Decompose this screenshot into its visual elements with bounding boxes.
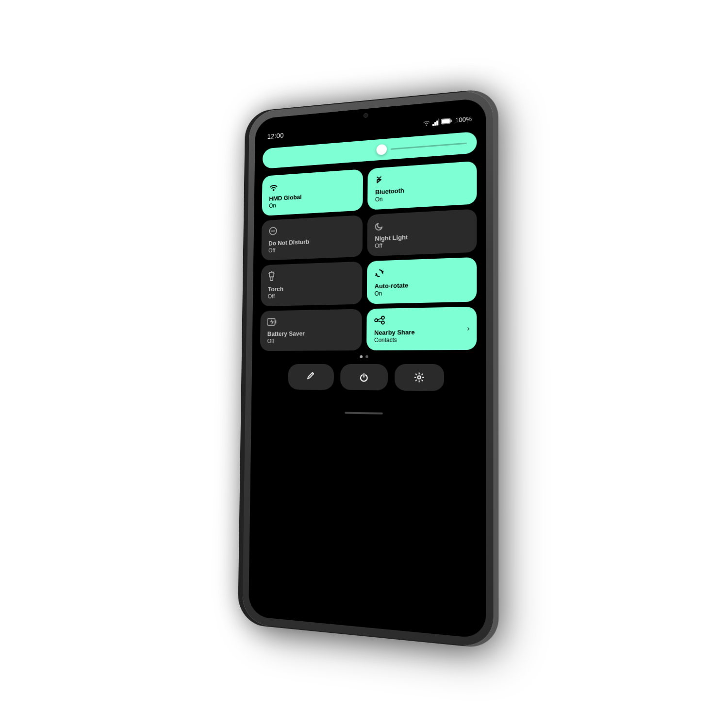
brightness-track	[391, 142, 467, 149]
nearby-share-tile-icon	[374, 314, 468, 326]
dnd-tile[interactable]: Do Not Disturb Off	[261, 215, 363, 261]
svg-line-12	[268, 273, 268, 274]
battery-saver-tile-subtitle: Off	[267, 337, 354, 345]
battery-status-icon	[441, 117, 452, 124]
edit-button[interactable]	[288, 364, 334, 390]
svg-rect-10	[270, 277, 273, 281]
svg-rect-1	[434, 122, 436, 125]
page-dot-2	[365, 355, 368, 358]
signal-icon	[432, 118, 439, 126]
nearby-share-chevron: ›	[467, 324, 470, 332]
bluetooth-tile[interactable]: Bluetooth On	[367, 161, 477, 210]
clock: 12:00	[267, 131, 284, 140]
wifi-status-icon	[422, 119, 430, 126]
svg-line-24	[378, 321, 381, 322]
battery-saver-tile-icon	[267, 316, 354, 328]
brightness-thumb[interactable]	[376, 144, 387, 155]
svg-rect-6	[450, 119, 452, 122]
status-icons: 100%	[422, 115, 472, 127]
svg-rect-19	[275, 320, 276, 324]
auto-rotate-tile-icon	[375, 265, 469, 280]
page-dot-1	[360, 355, 363, 358]
svg-rect-14	[267, 318, 275, 325]
volume-up-button[interactable]	[246, 194, 248, 217]
battery-percent: 100%	[455, 115, 472, 124]
home-area	[251, 404, 486, 423]
phone-body: 12:00	[242, 89, 493, 648]
phone-frame: 12:00	[242, 89, 493, 648]
night-light-tile[interactable]: Night Light Off	[367, 209, 477, 256]
quick-tiles-grid: HMD Global On Bluetooth On	[260, 161, 477, 351]
svg-point-7	[273, 189, 275, 191]
svg-line-13	[275, 273, 275, 273]
auto-rotate-tile[interactable]: Auto-rotate On	[367, 257, 477, 304]
wifi-tile[interactable]: HMD Global On	[262, 169, 364, 216]
torch-tile-icon	[268, 268, 355, 283]
svg-rect-2	[436, 120, 438, 125]
svg-rect-0	[432, 124, 434, 126]
battery-saver-tile[interactable]: Battery Saver Off	[260, 309, 362, 351]
bottom-actions	[260, 364, 477, 399]
phone-screen: 12:00	[248, 98, 486, 639]
torch-tile[interactable]: Torch Off	[261, 262, 363, 307]
svg-point-25	[418, 376, 421, 379]
nearby-share-tile-title: Nearby Share	[374, 328, 468, 336]
svg-line-23	[378, 318, 381, 320]
nearby-share-tile-subtitle: Contacts	[374, 336, 468, 344]
power-button-action[interactable]	[340, 364, 388, 391]
svg-rect-3	[438, 118, 439, 125]
night-light-tile-icon	[375, 216, 468, 232]
svg-rect-5	[442, 119, 449, 123]
settings-button[interactable]	[395, 364, 444, 391]
nearby-share-tile[interactable]: Nearby Share Contacts ›	[366, 307, 477, 350]
svg-point-22	[381, 321, 384, 324]
svg-point-20	[375, 319, 378, 322]
quick-panel: HMD Global On Bluetooth On	[251, 126, 486, 408]
dnd-tile-icon	[268, 222, 355, 237]
battery-saver-tile-title: Battery Saver	[267, 329, 354, 337]
camera	[364, 113, 368, 118]
svg-point-21	[381, 316, 384, 319]
page-dots	[260, 355, 477, 358]
volume-down-button[interactable]	[245, 221, 248, 244]
home-indicator[interactable]	[345, 412, 382, 414]
